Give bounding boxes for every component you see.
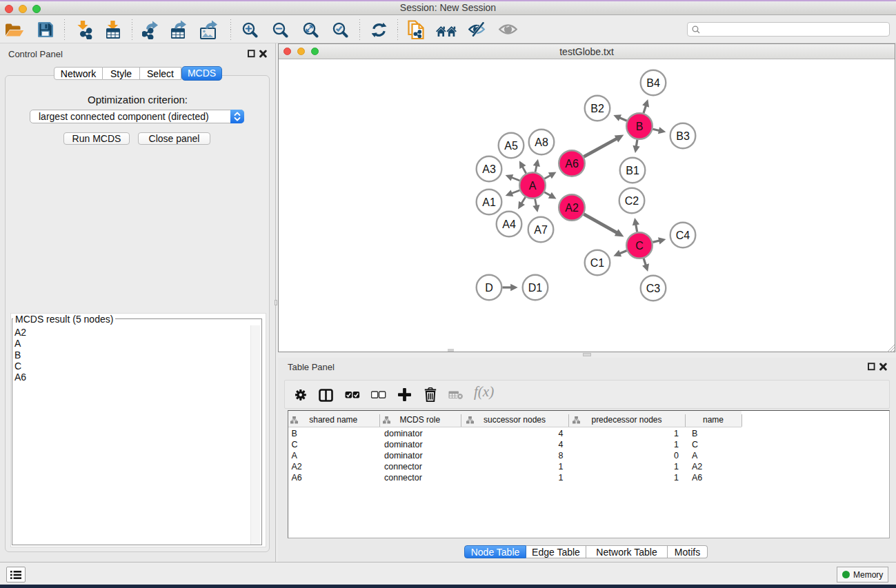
- svg-text:A8: A8: [535, 136, 548, 148]
- svg-text:D1: D1: [528, 282, 543, 294]
- svg-text:A5: A5: [504, 140, 518, 152]
- svg-text:B3: B3: [676, 130, 690, 142]
- svg-text:D: D: [485, 282, 493, 294]
- svg-text:C: C: [635, 240, 644, 252]
- svg-text:B1: B1: [626, 165, 639, 176]
- svg-text:A2: A2: [565, 202, 579, 214]
- svg-text:C3: C3: [646, 283, 661, 294]
- svg-text:A6: A6: [565, 158, 579, 170]
- svg-text:C1: C1: [590, 257, 605, 269]
- svg-text:B: B: [636, 121, 644, 132]
- svg-text:A7: A7: [534, 224, 548, 236]
- svg-text:C4: C4: [676, 230, 690, 241]
- svg-text:A3: A3: [482, 163, 496, 175]
- svg-text:B2: B2: [590, 103, 604, 114]
- svg-text:A: A: [529, 180, 537, 192]
- svg-text:C2: C2: [625, 195, 639, 207]
- svg-text:A1: A1: [482, 196, 496, 208]
- svg-text:A4: A4: [502, 219, 516, 230]
- svg-text:B4: B4: [646, 77, 660, 89]
